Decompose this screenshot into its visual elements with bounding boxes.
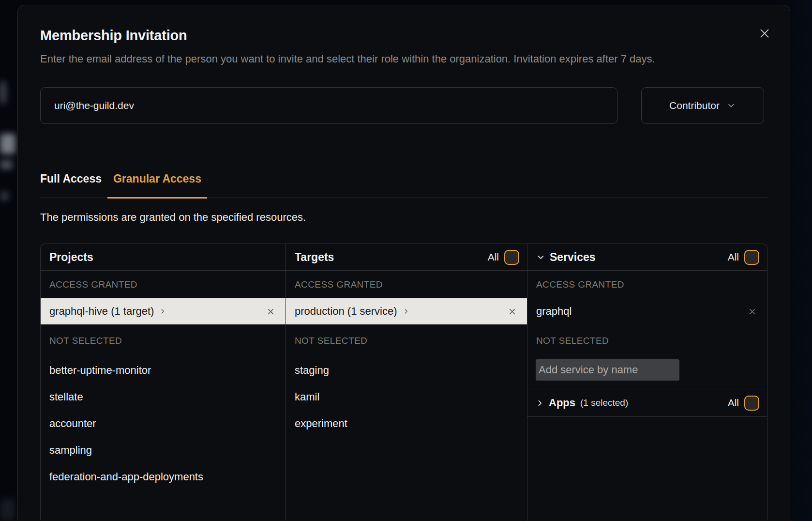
projects-column: Projects ACCESS GRANTED graphql-hive (1 … (41, 244, 286, 521)
role-select[interactable]: Contributor (641, 87, 764, 124)
remove-project-icon[interactable] (267, 307, 275, 316)
services-all-checkbox[interactable] (744, 250, 759, 265)
projects-title: Projects (49, 251, 93, 264)
apps-all-checkbox[interactable] (744, 396, 759, 411)
project-selected-name: graphql-hive (1 target) (49, 305, 154, 318)
project-option[interactable]: sampling (41, 437, 286, 463)
services-header: Services All (527, 244, 767, 271)
service-granted-row: graphql (527, 298, 767, 324)
projects-not-selected-label: NOT SELECTED (41, 324, 286, 357)
invite-form-row: Contributor (40, 87, 767, 124)
chevron-down-icon[interactable] (536, 253, 545, 262)
tab-full-access[interactable]: Full Access (34, 172, 107, 199)
services-access-granted-label: ACCESS GRANTED (527, 271, 767, 298)
add-service-input[interactable] (536, 359, 679, 381)
target-selected-name: production (1 service) (295, 305, 397, 318)
resources-grid: Projects ACCESS GRANTED graphql-hive (1 … (40, 244, 767, 521)
permissions-note: The permissions are granted on the speci… (40, 211, 767, 224)
target-option[interactable]: experiment (286, 410, 527, 437)
services-all-label: All (728, 251, 739, 263)
projects-header: Projects (41, 244, 286, 271)
chevron-down-icon (726, 101, 736, 110)
add-service-row (527, 357, 767, 389)
target-option[interactable]: staging (286, 357, 527, 383)
targets-column: Targets All ACCESS GRANTED production (1… (286, 244, 527, 521)
targets-access-granted-label: ACCESS GRANTED (286, 271, 527, 298)
project-option[interactable]: better-uptime-monitor (41, 357, 286, 383)
background-artifact (0, 160, 13, 169)
targets-header: Targets All (286, 244, 527, 271)
dialog-description: Enter the email address of the person yo… (40, 50, 747, 68)
target-selected-row[interactable]: production (1 service) (286, 298, 527, 324)
background-artifact (0, 192, 9, 200)
access-tabs: Full Access Granular Access (40, 172, 767, 198)
project-option[interactable]: accounter (41, 410, 286, 437)
project-selected-row[interactable]: graphql-hive (1 target) (41, 298, 286, 324)
project-option[interactable]: stellate (41, 383, 286, 410)
background-artifact (0, 499, 15, 521)
services-column: Services All ACCESS GRANTED graphql NOT … (527, 244, 767, 521)
apps-row[interactable]: Apps (1 selected) All (527, 389, 767, 417)
close-icon[interactable] (758, 27, 771, 40)
target-option[interactable]: kamil (286, 383, 527, 410)
service-granted-name: graphql (536, 305, 571, 318)
apps-title: Apps (549, 397, 575, 409)
dialog-title: Membership Invitation (40, 28, 767, 44)
apps-all-label: All (728, 397, 739, 409)
chevron-right-icon (403, 308, 409, 315)
targets-title: Targets (295, 251, 334, 264)
services-all-toggle[interactable]: All (728, 250, 759, 265)
project-option[interactable]: federation-and-app-deployments (41, 463, 286, 490)
projects-access-granted-label: ACCESS GRANTED (41, 271, 286, 298)
apps-all-toggle[interactable]: All (728, 396, 759, 411)
background-artifact (0, 81, 6, 104)
services-title: Services (550, 251, 596, 264)
targets-not-selected-label: NOT SELECTED (286, 324, 527, 357)
role-select-value: Contributor (669, 100, 720, 111)
background-artifact (0, 134, 15, 154)
chevron-right-icon (159, 308, 166, 315)
membership-invitation-dialog: Membership Invitation Enter the email ad… (17, 5, 790, 521)
remove-target-icon[interactable] (508, 307, 516, 316)
targets-all-toggle[interactable]: All (488, 250, 519, 265)
tab-granular-access[interactable]: Granular Access (107, 172, 207, 199)
chevron-right-icon (536, 399, 544, 407)
remove-service-icon[interactable] (748, 307, 756, 316)
targets-all-checkbox[interactable] (504, 250, 519, 265)
targets-all-label: All (488, 251, 499, 263)
services-not-selected-label: NOT SELECTED (527, 324, 767, 357)
email-input[interactable] (40, 87, 617, 124)
apps-selected-count: (1 selected) (580, 398, 628, 408)
